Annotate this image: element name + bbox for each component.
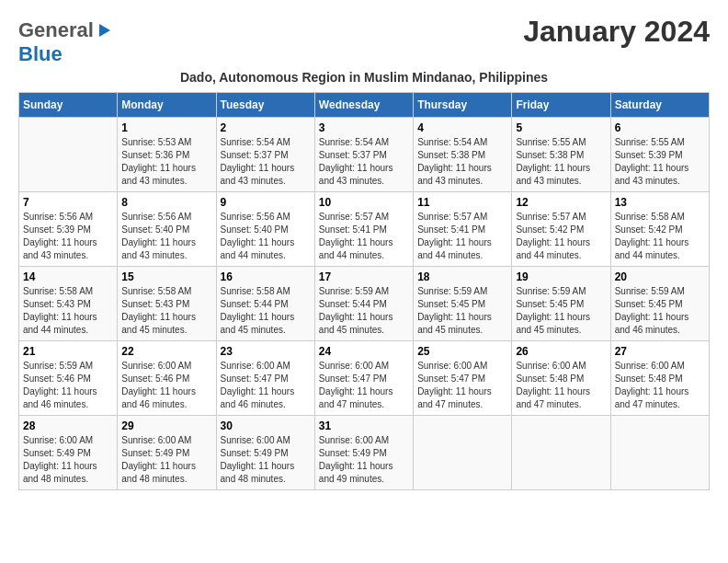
- calendar-body: 1Sunrise: 5:53 AM Sunset: 5:36 PM Daylig…: [19, 118, 710, 490]
- day-number: 8: [121, 196, 211, 209]
- day-number: 15: [121, 270, 211, 283]
- day-number: 26: [516, 345, 606, 358]
- calendar-header-row: SundayMondayTuesdayWednesdayThursdayFrid…: [19, 93, 710, 118]
- header-cell-thursday: Thursday: [414, 93, 512, 118]
- calendar-week-1: 1Sunrise: 5:53 AM Sunset: 5:36 PM Daylig…: [19, 118, 710, 192]
- calendar-cell: 18Sunrise: 5:59 AM Sunset: 5:45 PM Dayli…: [414, 267, 512, 341]
- header-cell-tuesday: Tuesday: [216, 93, 314, 118]
- day-number: 3: [319, 121, 409, 134]
- day-info: Sunrise: 5:59 AM Sunset: 5:45 PM Dayligh…: [516, 285, 606, 337]
- calendar-cell: 27Sunrise: 6:00 AM Sunset: 5:48 PM Dayli…: [610, 341, 709, 416]
- day-info: Sunrise: 5:59 AM Sunset: 5:45 PM Dayligh…: [417, 285, 507, 337]
- logo-blue: Blue: [18, 42, 63, 66]
- day-info: Sunrise: 5:57 AM Sunset: 5:41 PM Dayligh…: [417, 211, 507, 262]
- day-number: 16: [221, 270, 311, 283]
- day-info: Sunrise: 6:00 AM Sunset: 5:49 PM Dayligh…: [121, 434, 211, 486]
- calendar-cell: [414, 416, 512, 490]
- day-number: 1: [121, 121, 211, 134]
- day-number: 27: [615, 345, 705, 358]
- day-info: Sunrise: 6:00 AM Sunset: 5:47 PM Dayligh…: [417, 360, 507, 411]
- day-info: Sunrise: 5:56 AM Sunset: 5:40 PM Dayligh…: [221, 211, 311, 262]
- day-info: Sunrise: 5:57 AM Sunset: 5:42 PM Dayligh…: [516, 211, 606, 262]
- calendar-cell: 30Sunrise: 6:00 AM Sunset: 5:49 PM Dayli…: [216, 416, 314, 490]
- day-number: 10: [319, 196, 409, 209]
- day-number: 4: [417, 121, 507, 134]
- subtitle: Dado, Autonomous Region in Muslim Mindan…: [18, 70, 710, 85]
- calendar-week-3: 14Sunrise: 5:58 AM Sunset: 5:43 PM Dayli…: [19, 267, 710, 341]
- calendar-cell: 19Sunrise: 5:59 AM Sunset: 5:45 PM Dayli…: [512, 267, 610, 341]
- day-info: Sunrise: 5:56 AM Sunset: 5:40 PM Dayligh…: [121, 211, 211, 262]
- day-number: 20: [615, 270, 705, 283]
- calendar-cell: 3Sunrise: 5:54 AM Sunset: 5:37 PM Daylig…: [314, 118, 413, 192]
- day-info: Sunrise: 5:54 AM Sunset: 5:37 PM Dayligh…: [221, 136, 311, 188]
- day-info: Sunrise: 6:00 AM Sunset: 5:48 PM Dayligh…: [516, 360, 606, 411]
- calendar-cell: 11Sunrise: 5:57 AM Sunset: 5:41 PM Dayli…: [414, 192, 512, 267]
- calendar-cell: 16Sunrise: 5:58 AM Sunset: 5:44 PM Dayli…: [216, 267, 314, 341]
- calendar-cell: 13Sunrise: 5:58 AM Sunset: 5:42 PM Dayli…: [610, 192, 709, 267]
- calendar-cell: 2Sunrise: 5:54 AM Sunset: 5:37 PM Daylig…: [216, 118, 314, 192]
- day-number: 17: [319, 270, 409, 283]
- calendar-cell: 7Sunrise: 5:56 AM Sunset: 5:39 PM Daylig…: [19, 192, 118, 267]
- day-info: Sunrise: 5:54 AM Sunset: 5:37 PM Dayligh…: [319, 136, 409, 188]
- calendar-cell: 15Sunrise: 5:58 AM Sunset: 5:43 PM Dayli…: [118, 267, 216, 341]
- day-number: 29: [121, 419, 211, 432]
- calendar-cell: 23Sunrise: 6:00 AM Sunset: 5:47 PM Dayli…: [216, 341, 314, 416]
- day-number: 22: [121, 345, 211, 358]
- logo-icon: [96, 22, 112, 39]
- day-number: 2: [221, 121, 311, 134]
- logo-general: General: [18, 18, 94, 42]
- day-number: 21: [23, 345, 113, 358]
- day-info: Sunrise: 6:00 AM Sunset: 5:46 PM Dayligh…: [121, 360, 211, 411]
- day-info: Sunrise: 5:55 AM Sunset: 5:38 PM Dayligh…: [516, 136, 606, 188]
- day-info: Sunrise: 5:59 AM Sunset: 5:46 PM Dayligh…: [23, 360, 113, 411]
- calendar-cell: 28Sunrise: 6:00 AM Sunset: 5:49 PM Dayli…: [19, 416, 118, 490]
- header-cell-wednesday: Wednesday: [314, 93, 413, 118]
- calendar-week-5: 28Sunrise: 6:00 AM Sunset: 5:49 PM Dayli…: [19, 416, 710, 490]
- calendar-cell: [19, 118, 118, 192]
- day-number: 9: [221, 196, 311, 209]
- day-number: 5: [516, 121, 606, 134]
- day-info: Sunrise: 6:00 AM Sunset: 5:49 PM Dayligh…: [221, 434, 311, 486]
- day-info: Sunrise: 6:00 AM Sunset: 5:48 PM Dayligh…: [615, 360, 705, 411]
- day-number: 30: [221, 419, 311, 432]
- day-info: Sunrise: 5:59 AM Sunset: 5:44 PM Dayligh…: [319, 285, 409, 337]
- calendar-cell: 1Sunrise: 5:53 AM Sunset: 5:36 PM Daylig…: [118, 118, 216, 192]
- calendar-cell: 21Sunrise: 5:59 AM Sunset: 5:46 PM Dayli…: [19, 341, 118, 416]
- calendar-week-4: 21Sunrise: 5:59 AM Sunset: 5:46 PM Dayli…: [19, 341, 710, 416]
- calendar-cell: 4Sunrise: 5:54 AM Sunset: 5:38 PM Daylig…: [414, 118, 512, 192]
- calendar-cell: 12Sunrise: 5:57 AM Sunset: 5:42 PM Dayli…: [512, 192, 610, 267]
- day-info: Sunrise: 6:00 AM Sunset: 5:47 PM Dayligh…: [319, 360, 409, 411]
- day-info: Sunrise: 5:58 AM Sunset: 5:44 PM Dayligh…: [221, 285, 311, 337]
- calendar-cell: 26Sunrise: 6:00 AM Sunset: 5:48 PM Dayli…: [512, 341, 610, 416]
- calendar-cell: 5Sunrise: 5:55 AM Sunset: 5:38 PM Daylig…: [512, 118, 610, 192]
- calendar-cell: 8Sunrise: 5:56 AM Sunset: 5:40 PM Daylig…: [118, 192, 216, 267]
- calendar-cell: [512, 416, 610, 490]
- header-cell-monday: Monday: [118, 93, 216, 118]
- day-info: Sunrise: 5:54 AM Sunset: 5:38 PM Dayligh…: [417, 136, 507, 188]
- calendar-cell: 31Sunrise: 6:00 AM Sunset: 5:49 PM Dayli…: [314, 416, 413, 490]
- day-info: Sunrise: 5:56 AM Sunset: 5:39 PM Dayligh…: [23, 211, 113, 262]
- day-info: Sunrise: 5:58 AM Sunset: 5:43 PM Dayligh…: [121, 285, 211, 337]
- day-number: 24: [319, 345, 409, 358]
- calendar-cell: 6Sunrise: 5:55 AM Sunset: 5:39 PM Daylig…: [610, 118, 709, 192]
- header-cell-friday: Friday: [512, 93, 610, 118]
- day-info: Sunrise: 6:00 AM Sunset: 5:49 PM Dayligh…: [23, 434, 113, 486]
- day-info: Sunrise: 5:53 AM Sunset: 5:36 PM Dayligh…: [121, 136, 211, 188]
- calendar-cell: 25Sunrise: 6:00 AM Sunset: 5:47 PM Dayli…: [414, 341, 512, 416]
- svg-marker-0: [99, 24, 110, 37]
- day-number: 12: [516, 196, 606, 209]
- day-number: 6: [615, 121, 705, 134]
- calendar-cell: 20Sunrise: 5:59 AM Sunset: 5:45 PM Dayli…: [610, 267, 709, 341]
- day-info: Sunrise: 5:58 AM Sunset: 5:43 PM Dayligh…: [23, 285, 113, 337]
- calendar-cell: [610, 416, 709, 490]
- calendar-cell: 10Sunrise: 5:57 AM Sunset: 5:41 PM Dayli…: [314, 192, 413, 267]
- day-number: 18: [417, 270, 507, 283]
- day-info: Sunrise: 6:00 AM Sunset: 5:49 PM Dayligh…: [319, 434, 409, 486]
- calendar-week-2: 7Sunrise: 5:56 AM Sunset: 5:39 PM Daylig…: [19, 192, 710, 267]
- day-info: Sunrise: 5:58 AM Sunset: 5:42 PM Dayligh…: [615, 211, 705, 262]
- header-cell-saturday: Saturday: [610, 93, 709, 118]
- header: General Blue January 2024: [18, 15, 710, 66]
- day-number: 23: [221, 345, 311, 358]
- month-title: January 2024: [523, 15, 710, 49]
- calendar-cell: 22Sunrise: 6:00 AM Sunset: 5:46 PM Dayli…: [118, 341, 216, 416]
